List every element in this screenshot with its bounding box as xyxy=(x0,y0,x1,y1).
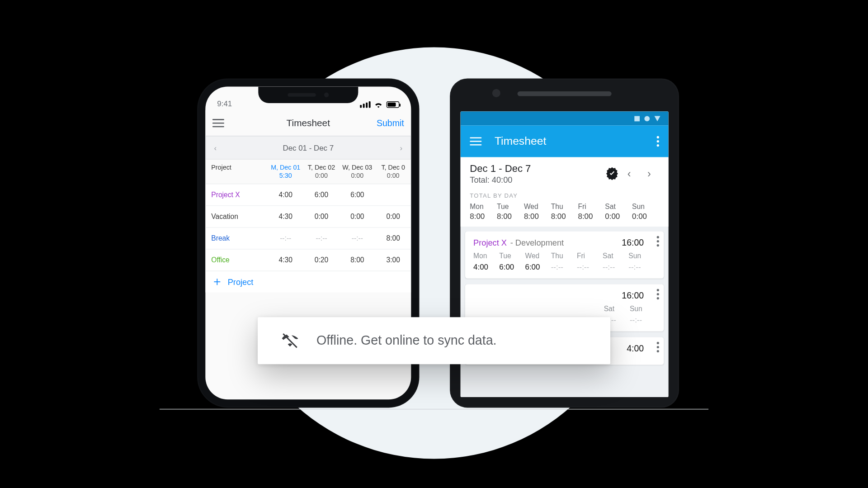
day-cell: Sun--:-- xyxy=(630,304,656,324)
project-name: Break xyxy=(205,234,268,242)
plus-icon xyxy=(212,277,222,286)
time-cell[interactable]: 0:20 xyxy=(303,256,339,264)
project-card[interactable]: Project X - Development16:00Mon4:00Tue6:… xyxy=(465,231,664,278)
week-selector: ‹ Dec 01 - Dec 7 › xyxy=(205,136,411,159)
day-cell: Fri--:-- xyxy=(577,251,603,271)
wifi-off-icon xyxy=(281,332,299,349)
time-cell[interactable]: --:-- xyxy=(268,234,303,242)
day-cell: Tue6:00 xyxy=(499,251,525,271)
add-project-row[interactable]: Project xyxy=(205,271,411,292)
ios-nav-bar: Timesheet Submit xyxy=(205,110,411,136)
week-total-label: Total: 40:00 xyxy=(470,175,605,184)
time-cell[interactable]: 4:30 xyxy=(268,256,303,264)
time-cell[interactable]: 4:30 xyxy=(268,212,303,220)
day-total: Sun0:00 xyxy=(632,202,659,220)
day-cell: Wed6:00 xyxy=(525,251,551,271)
time-cell[interactable]: 3:00 xyxy=(375,256,411,264)
wifi-icon xyxy=(374,101,383,108)
day-total: Sat0:00 xyxy=(605,202,632,220)
day-total: Wed8:00 xyxy=(524,202,551,220)
column-header-day[interactable]: W, Dec 030:00 xyxy=(340,159,375,183)
overflow-menu-icon[interactable] xyxy=(657,289,659,299)
verified-badge-icon xyxy=(605,166,619,180)
chevron-right-icon[interactable]: › xyxy=(639,167,659,180)
day-total: Mon8:00 xyxy=(470,202,497,220)
android-camera xyxy=(492,89,500,97)
time-cell[interactable]: --:-- xyxy=(303,234,339,242)
overflow-menu-icon[interactable] xyxy=(657,236,659,246)
status-circle-icon xyxy=(644,115,650,121)
project-name: Project X xyxy=(205,190,268,199)
add-project-label: Project xyxy=(228,277,254,286)
status-triangle-icon xyxy=(655,115,660,121)
time-cell[interactable]: 0:00 xyxy=(375,212,411,220)
hamburger-icon[interactable] xyxy=(212,116,224,129)
time-cell[interactable]: 8:00 xyxy=(375,234,411,242)
project-suffix: - Development xyxy=(510,237,564,247)
android-app-bar: Timesheet xyxy=(461,125,669,157)
day-total: Tue8:00 xyxy=(497,202,524,220)
project-name: Vacation xyxy=(205,212,268,220)
status-square-icon xyxy=(634,115,640,121)
signal-icon xyxy=(360,101,370,108)
table-row[interactable]: Office4:300:208:003:00 xyxy=(205,249,411,271)
time-cell[interactable]: 8:00 xyxy=(340,256,375,264)
project-total: 4:00 xyxy=(627,343,644,353)
time-cell[interactable]: --:-- xyxy=(340,234,375,242)
day-cell: Sun--:-- xyxy=(628,251,654,271)
column-header-day[interactable]: T, Dec 020:00 xyxy=(303,159,339,183)
offline-toast: Offline. Get online to sync data. xyxy=(258,317,610,364)
week-summary: Dec 1 - Dec 7 Total: 40:00 ‹ › TOTAL BY … xyxy=(461,157,669,226)
project-total: 16:00 xyxy=(622,237,644,247)
iphone-notch xyxy=(258,86,358,103)
project-total: 16:00 xyxy=(622,290,644,300)
chevron-right-icon[interactable]: › xyxy=(392,143,410,152)
chevron-left-icon[interactable]: ‹ xyxy=(206,143,225,152)
timesheet-table: ProjectM, Dec 015:30T, Dec 020:00W, Dec … xyxy=(205,159,411,292)
column-header-day[interactable]: T, Dec 00:00 xyxy=(375,159,411,183)
ios-clock: 9:41 xyxy=(217,99,232,108)
baseline-rule xyxy=(160,409,708,409)
project-name: Office xyxy=(205,256,268,264)
overflow-menu-icon[interactable] xyxy=(657,341,659,352)
battery-icon xyxy=(387,101,400,108)
project-name: Project X xyxy=(473,237,507,247)
overflow-menu-icon[interactable] xyxy=(657,136,659,146)
day-total: Fri8:00 xyxy=(578,202,605,220)
hamburger-icon[interactable] xyxy=(470,135,481,148)
week-range-label: Dec 01 - Dec 7 xyxy=(225,143,392,152)
chevron-left-icon[interactable]: ‹ xyxy=(619,167,639,180)
page-title: Timesheet xyxy=(495,135,546,148)
android-speaker xyxy=(518,91,612,96)
submit-button[interactable]: Submit xyxy=(377,118,404,128)
time-cell[interactable]: 6:00 xyxy=(303,190,339,199)
table-row[interactable]: Project X4:006:006:00 xyxy=(205,184,411,205)
day-cell: Mon4:00 xyxy=(473,251,499,271)
android-status-bar xyxy=(461,111,669,125)
time-cell[interactable]: 4:00 xyxy=(268,190,303,199)
offline-toast-text: Offline. Get online to sync data. xyxy=(316,333,497,348)
day-cell: Sat--:-- xyxy=(603,251,628,271)
time-cell[interactable]: 0:00 xyxy=(303,212,339,220)
total-by-day-label: TOTAL BY DAY xyxy=(470,192,659,199)
day-total: Thu8:00 xyxy=(551,202,578,220)
time-cell[interactable]: 0:00 xyxy=(340,212,375,220)
week-range-label: Dec 1 - Dec 7 xyxy=(470,163,605,175)
day-cell: Thu--:-- xyxy=(551,251,577,271)
column-header-day[interactable]: M, Dec 015:30 xyxy=(268,159,303,183)
table-row[interactable]: Break--:----:----:--8:00 xyxy=(205,227,411,249)
time-cell[interactable]: 6:00 xyxy=(340,190,375,199)
table-row[interactable]: Vacation4:300:000:000:00 xyxy=(205,205,411,227)
column-header-project: Project xyxy=(205,159,268,183)
